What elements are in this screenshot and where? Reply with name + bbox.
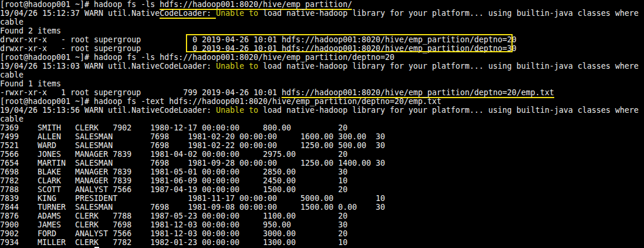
terminal-text: load native-hadoop library for your plat… <box>258 62 638 71</box>
terminal-text: 7839 KING PRESIDENT 1981-11-17 00:00:00 … <box>0 194 385 203</box>
terminal-text: [root@hadoop001 ~]# hadoop fs -ls hdfs:/… <box>0 53 394 62</box>
terminal-text: [root@hadoop001 ~]# hadoop fs -ls <box>0 0 160 9</box>
terminal-text: 7654 MARTIN SALESMAN 7698 1981-09-28 00:… <box>0 159 385 167</box>
terminal-line: 7934 MILLER CLERK 7782 1982-01-23 00:00:… <box>0 238 644 247</box>
terminal-text: 19/04/26 15:13:56 WARN util.NativeCodeLo… <box>0 106 216 115</box>
terminal-line: 19/04/26 15:13:56 WARN util.NativeCodeLo… <box>0 106 644 115</box>
terminal-line: [root@hadoop001 ~]# hadoop fs -ls hdfs:/… <box>0 0 644 9</box>
terminal-line: 7876 ADAMS CLERK 7788 1987-05-23 00:00:0… <box>0 212 644 220</box>
terminal-text: 7934 MILLER CLERK 7782 1982-01-23 00:00:… <box>0 238 347 247</box>
terminal-line: 7698 BLAKE MANAGER 7839 1981-05-01 00:00… <box>0 167 644 176</box>
terminal-line: Found 1 items <box>0 79 644 88</box>
terminal-text: drwxr-xr-x - root supergroup 0 2019-04-2… <box>0 35 517 44</box>
terminal-line: [root@hadoop001 ~]# hadoop fs -ls hdfs:/… <box>0 53 644 62</box>
terminal-line: Found 2 items <box>0 26 644 35</box>
terminal-text: 7900 JAMES CLERK 7698 1981-12-03 00:00:0… <box>0 220 347 229</box>
underlined-text: CodeLoader: <box>160 9 216 19</box>
terminal-text: cable <box>0 115 23 123</box>
terminal-text: [root@hadoop001 ~]# hadoop fs -text hdfs… <box>0 97 442 106</box>
terminal-text: 7782 CLARK MANAGER 7839 1981-06-09 00:00… <box>0 176 347 185</box>
terminal-text: load native-hadoop library for your plat… <box>258 9 638 18</box>
terminal-text: 7698 BLAKE MANAGER 7839 1981-05-01 00:00… <box>0 167 347 176</box>
terminal-line: 7839 KING PRESIDENT 1981-11-17 00:00:00 … <box>0 194 644 203</box>
terminal-line: drwxr-xr-x - root supergroup 0 2019-04-2… <box>0 35 644 44</box>
terminal-text: 7521 WARD SALESMAN 7698 1981-02-22 00:00… <box>0 141 385 150</box>
terminal-line: 7782 CLARK MANAGER 7839 1981-06-09 00:00… <box>0 176 644 185</box>
terminal-line: 7566 JONES MANAGER 7839 1981-04-02 00:00… <box>0 150 644 159</box>
terminal-line: cable <box>0 18 644 26</box>
terminal-text: Found 1 items <box>0 79 61 88</box>
terminal-line: 19/04/26 15:13:03 WARN util.NativeCodeLo… <box>0 62 644 71</box>
terminal-line: drwxr-xr-x - root supergroup 0 2019-04-2… <box>0 44 644 53</box>
terminal-text: 7788 SCOTT ANALYST 7566 1987-04-19 00:00… <box>0 185 347 194</box>
terminal-text: drwxr-xr-x - root supergroup 0 2019-04-2… <box>0 44 517 53</box>
terminal-line: [root@hadoop001 ~]# hadoop fs -text hdfs… <box>0 97 644 106</box>
terminal-text: -rwxr-xr-x 1 root supergroup 799 2019-04… <box>0 88 282 97</box>
terminal-text: load native-hadoop library for your plat… <box>258 106 638 115</box>
terminal-line: cable <box>0 71 644 79</box>
terminal-line: 7788 SCOTT ANALYST 7566 1987-04-19 00:00… <box>0 185 644 194</box>
terminal-line: cable <box>0 115 644 123</box>
terminal-text: 19/04/26 15:13:03 WARN util.NativeCodeLo… <box>0 62 216 71</box>
highlighted-text: Unable to <box>216 62 258 71</box>
terminal-line: 7499 ALLEN SALESMAN 7698 1981-02-20 00:0… <box>0 132 644 141</box>
terminal-line: 7900 JAMES CLERK 7698 1981-12-03 00:00:0… <box>0 220 644 229</box>
terminal-line: 7369 SMITH CLERK 7902 1980-12-17 00:00:0… <box>0 123 644 132</box>
terminal-line: 7654 MARTIN SALESMAN 7698 1981-09-28 00:… <box>0 159 644 167</box>
terminal-text: 7566 JONES MANAGER 7839 1981-04-02 00:00… <box>0 150 347 159</box>
terminal-text: 19/04/26 15:12:37 WARN util.Native <box>0 9 160 18</box>
terminal-text: cable <box>0 18 23 26</box>
terminal-text: 7844 TURNER SALESMAN 7698 1981-09-08 00:… <box>0 203 385 212</box>
terminal-text: cable <box>0 71 23 79</box>
terminal-line: 7521 WARD SALESMAN 7698 1981-02-22 00:00… <box>0 141 644 150</box>
terminal-text: Found 2 items <box>0 26 61 35</box>
terminal-text: 7499 ALLEN SALESMAN 7698 1981-02-20 00:0… <box>0 132 385 141</box>
terminal-text: 7902 FORD ANALYST 7566 1981-12-03 00:00:… <box>0 229 347 238</box>
terminal-text: 7369 SMITH CLERK 7902 1980-12-17 00:00:0… <box>0 123 347 132</box>
highlighted-text: Unable to <box>216 9 258 18</box>
highlighted-text: Unable to <box>216 106 258 115</box>
terminal-line: 7844 TURNER SALESMAN 7698 1981-09-08 00:… <box>0 203 644 212</box>
terminal-output[interactable]: [root@hadoop001 ~]# hadoop fs -ls hdfs:/… <box>0 0 644 248</box>
terminal-text: 7876 ADAMS CLERK 7788 1987-05-23 00:00:0… <box>0 212 347 220</box>
terminal-line: -rwxr-xr-x 1 root supergroup 799 2019-04… <box>0 88 644 97</box>
terminal-line: 7902 FORD ANALYST 7566 1981-12-03 00:00:… <box>0 229 644 238</box>
terminal-line: 19/04/26 15:12:37 WARN util.NativeCodeLo… <box>0 9 644 18</box>
